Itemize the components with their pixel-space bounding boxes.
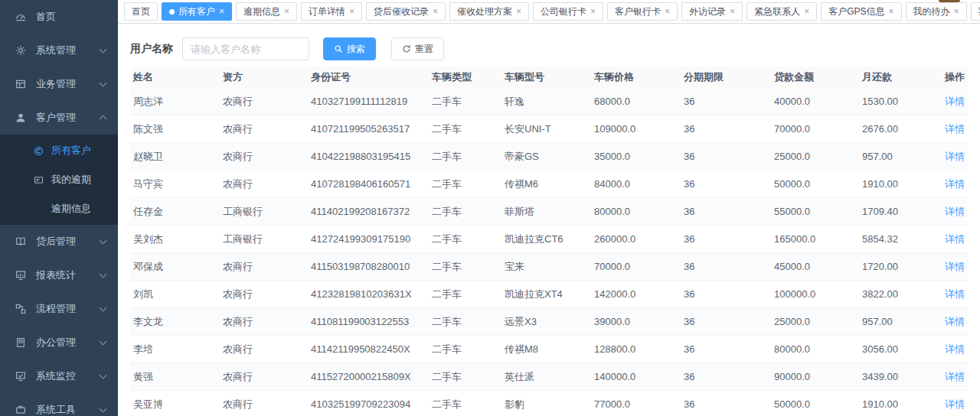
table-cell: 39000.0: [591, 308, 681, 336]
search-input[interactable]: [182, 37, 309, 60]
close-icon[interactable]: ×: [954, 7, 959, 16]
detail-link[interactable]: 详情: [945, 371, 965, 382]
sidebar-subitem[interactable]: 所有客户: [0, 136, 118, 165]
table-cell: 长安UNI-T: [501, 115, 591, 143]
table-cell: 任存金: [130, 198, 220, 226]
flow-icon: [15, 304, 26, 314]
table-cell: 36: [681, 253, 771, 281]
table-cell: 传祺M6: [501, 171, 591, 198]
main-area: 首页所有客户×逾期信息×订单详情×贷后催收记录×催收处理方案×公司银行卡×客户银…: [118, 0, 980, 416]
close-icon[interactable]: ×: [516, 7, 521, 16]
sidebar-item[interactable]: 系统管理: [0, 34, 118, 67]
detail-link[interactable]: 详情: [945, 316, 965, 327]
table-cell: 80000.0: [591, 198, 681, 226]
table-cell: 41142119950822450X: [308, 336, 429, 363]
detail-link[interactable]: 详情: [945, 151, 965, 162]
tab[interactable]: 订单详情×: [301, 2, 362, 21]
reset-button[interactable]: 重置: [391, 37, 444, 60]
sidebar-item[interactable]: 业务管理: [0, 67, 118, 101]
close-icon[interactable]: ×: [433, 7, 438, 16]
table-row: 任存金工商银行411402199208167372二手车菲斯塔80000.036…: [130, 198, 968, 226]
table-row: 黄强农商行41152720000215809X二手车英仕派140000.0369…: [130, 363, 968, 391]
chevron-down-icon: [100, 372, 107, 379]
table-cell: 陈文强: [130, 115, 220, 143]
table-cell: 周志洋: [130, 88, 220, 115]
close-icon[interactable]: ×: [665, 7, 670, 16]
table-cell-actions: 详情: [936, 253, 968, 281]
sidebar-menu: 首页系统管理业务管理客户管理所有客户我的逾期逾期信息贷后管理报表统计流程管理办公…: [0, 0, 118, 416]
detail-link[interactable]: 详情: [945, 96, 965, 107]
table-cell: 1530.00: [859, 88, 936, 115]
sidebar-subitem[interactable]: 我的逾期: [0, 165, 118, 194]
chevron-down-icon: [100, 405, 107, 413]
tab[interactable]: 首页: [124, 2, 158, 21]
chart-icon: [15, 270, 26, 281]
tab[interactable]: 客户银行卡×: [607, 2, 678, 21]
close-icon[interactable]: ×: [284, 7, 289, 16]
close-icon[interactable]: ×: [590, 7, 596, 16]
detail-link[interactable]: 详情: [945, 288, 965, 300]
close-icon[interactable]: ×: [804, 7, 809, 16]
table-row: 吴刘杰工商银行412724199309175190二手车凯迪拉克CT626000…: [130, 226, 968, 253]
table-cell: 45000.0: [771, 253, 859, 281]
table-cell: 36: [681, 308, 771, 336]
table-cell: 5854.32: [859, 226, 936, 253]
sidebar-item[interactable]: 首页: [0, 0, 118, 34]
detail-link[interactable]: 详情: [945, 343, 965, 355]
table-cell: 77000.0: [591, 391, 681, 416]
sidebar-item[interactable]: 系统工具: [0, 393, 118, 416]
table-cell: 35000.0: [591, 143, 681, 171]
tab[interactable]: 外访记录×: [681, 2, 743, 21]
tab[interactable]: 逾期信息×: [236, 2, 297, 21]
sidebar-item[interactable]: 流程管理: [0, 292, 118, 326]
tools-icon: [15, 405, 26, 415]
tab[interactable]: 我的待办×: [906, 2, 967, 21]
detail-link[interactable]: 详情: [945, 123, 965, 135]
tab[interactable]: 紧急联系人×: [746, 2, 817, 21]
table-cell: 411081199003122553: [308, 308, 429, 336]
detail-link[interactable]: 详情: [945, 206, 965, 217]
detail-link[interactable]: 详情: [945, 233, 965, 245]
table-cell: 36: [681, 391, 771, 416]
tab[interactable]: 公司银行卡×: [533, 2, 603, 21]
sidebar-subitem[interactable]: 逾期信息: [0, 194, 118, 223]
sidebar-subitem-label: 所有客户: [51, 144, 91, 158]
tab[interactable]: 催收处理方案×: [449, 2, 529, 21]
table-cell: 宝来: [501, 253, 591, 281]
table-row: 马守宾农商行410728198406160571二手车传祺M684000.036…: [130, 171, 968, 198]
table-cell: 411402199208167372: [308, 198, 429, 226]
tab[interactable]: 客户GPS信息×: [821, 2, 901, 21]
close-icon[interactable]: ×: [219, 7, 224, 16]
sidebar-item[interactable]: 贷后管理: [0, 225, 118, 258]
tab[interactable]: 我的流程×: [971, 2, 980, 21]
detail-link[interactable]: 详情: [945, 178, 965, 190]
table-cell: 90000.0: [771, 363, 859, 391]
sidebar-item[interactable]: 系统监控: [0, 359, 118, 393]
search-button[interactable]: 搜索: [323, 37, 376, 60]
tab-label: 外访记录: [689, 5, 726, 18]
close-icon[interactable]: ×: [888, 7, 893, 16]
table-cell: 68000.0: [591, 88, 681, 115]
tab-label: 紧急联系人: [754, 5, 800, 18]
user-icon: [15, 112, 26, 123]
detail-link[interactable]: 详情: [945, 398, 965, 410]
tab[interactable]: 所有客户×: [162, 2, 232, 21]
table-cell: 36: [681, 226, 771, 253]
table-cell-actions: 详情: [936, 281, 968, 308]
sidebar-item-label: 贷后管理: [36, 235, 100, 249]
table-cell: 100000.0: [771, 281, 859, 308]
close-icon[interactable]: ×: [349, 7, 354, 16]
close-icon[interactable]: ×: [730, 7, 735, 16]
tab[interactable]: 贷后催收记录×: [366, 2, 446, 21]
sidebar-item[interactable]: 报表统计: [0, 258, 118, 292]
table-cell: 957.00: [859, 143, 936, 171]
detail-link[interactable]: 详情: [945, 261, 965, 272]
column-header: 车辆价格: [591, 67, 681, 88]
tab-label: 客户银行卡: [615, 5, 661, 18]
book-icon: [15, 236, 26, 247]
sidebar-item[interactable]: 办公管理: [0, 326, 118, 359]
sidebar-item[interactable]: 客户管理: [0, 101, 118, 135]
table-cell: 农商行: [220, 281, 308, 308]
tab-label: 我的待办: [913, 5, 950, 18]
table-cell: 刘凯: [130, 281, 220, 308]
